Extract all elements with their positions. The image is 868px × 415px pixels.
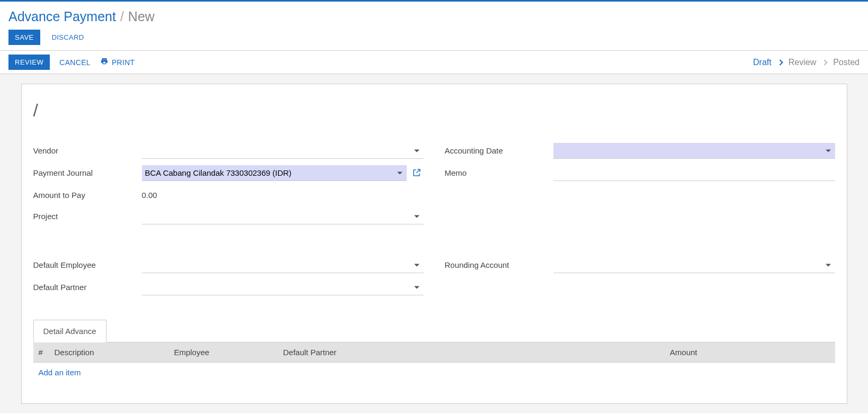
table-row: Add an item — [33, 363, 835, 383]
default-employee-label: Default Employee — [33, 257, 142, 269]
chevron-right-icon — [777, 59, 783, 65]
rounding-account-label: Rounding Account — [445, 257, 553, 269]
status-left: REVIEW CANCEL PRINT — [8, 55, 135, 70]
accounting-date-input[interactable] — [553, 143, 835, 159]
memo-input[interactable] — [553, 165, 835, 181]
chevron-right-icon — [822, 59, 828, 65]
field-vendor: Vendor — [33, 140, 424, 162]
field-memo: Memo — [445, 162, 835, 184]
project-input[interactable] — [142, 209, 424, 224]
save-button[interactable]: SAVE — [8, 30, 40, 45]
external-link-button[interactable] — [410, 166, 424, 181]
breadcrumb-current: New — [128, 9, 155, 24]
col-employee[interactable]: Employee — [168, 342, 278, 363]
breadcrumb-sep: / — [120, 9, 124, 24]
col-num[interactable]: # — [33, 342, 49, 363]
default-employee-input[interactable] — [142, 257, 424, 273]
col-default-partner[interactable]: Default Partner — [278, 342, 429, 363]
printer-icon — [100, 57, 109, 67]
cancel-button[interactable]: CANCEL — [59, 58, 91, 67]
review-button[interactable]: REVIEW — [8, 55, 50, 70]
record-name: / — [33, 100, 835, 121]
amount-to-pay-label: Amount to Pay — [33, 187, 142, 200]
payment-journal-input[interactable] — [142, 165, 407, 181]
print-button[interactable]: PRINT — [100, 57, 135, 67]
field-amount-to-pay: Amount to Pay 0.00 — [33, 184, 424, 205]
memo-label: Memo — [445, 165, 553, 177]
form-grid: Vendor Accounting Date — [33, 140, 835, 299]
add-item-link[interactable]: Add an item — [39, 368, 81, 377]
print-label: PRINT — [112, 58, 135, 67]
breadcrumb: Advance Payment / New — [8, 9, 860, 24]
external-link-icon — [412, 171, 422, 179]
field-default-employee: Default Employee — [33, 254, 424, 276]
field-default-partner: Default Partner — [33, 276, 424, 299]
default-partner-label: Default Partner — [33, 279, 142, 292]
project-label: Project — [33, 209, 142, 221]
status-posted[interactable]: Posted — [833, 58, 860, 67]
default-partner-input[interactable] — [142, 279, 424, 295]
content-area: / Vendor Accounting Date — [0, 74, 868, 413]
tab-detail-advance[interactable]: Detail Advance — [33, 320, 106, 342]
status-draft[interactable]: Draft — [753, 58, 772, 67]
vendor-label: Vendor — [33, 143, 142, 155]
accounting-date-label: Accounting Date — [445, 143, 553, 155]
col-description[interactable]: Description — [49, 342, 169, 363]
field-accounting-date: Accounting Date — [445, 140, 835, 162]
field-rounding-account: Rounding Account — [445, 254, 835, 276]
breadcrumb-root[interactable]: Advance Payment — [8, 9, 116, 24]
tab-bar: Detail Advance — [33, 320, 835, 342]
amount-to-pay-value: 0.00 — [142, 187, 157, 200]
status-review[interactable]: Review — [789, 58, 816, 67]
discard-button[interactable]: DISCARD — [50, 30, 86, 44]
form-sheet: / Vendor Accounting Date — [21, 84, 847, 404]
control-panel: Advance Payment / New SAVE DISCARD — [0, 2, 868, 50]
field-project: Project — [33, 205, 424, 228]
detail-table: # Description Employee Default Partner A… — [33, 342, 835, 382]
form-buttons-row: SAVE DISCARD — [8, 30, 860, 45]
col-amount[interactable]: Amount — [430, 342, 835, 363]
status-steps: Draft Review Posted — [753, 58, 860, 67]
payment-journal-label: Payment Journal — [33, 165, 142, 177]
vendor-input[interactable] — [142, 143, 424, 159]
rounding-account-input[interactable] — [553, 257, 835, 273]
status-bar: REVIEW CANCEL PRINT Draft Review Posted — [0, 51, 868, 74]
field-payment-journal: Payment Journal — [33, 162, 424, 184]
